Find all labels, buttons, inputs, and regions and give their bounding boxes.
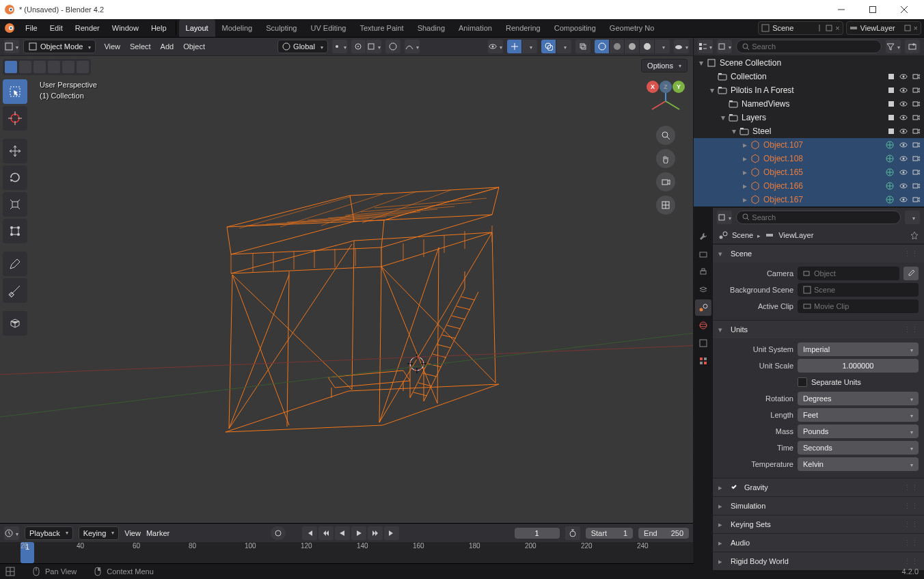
hide-viewport-toggle[interactable] bbox=[898, 85, 909, 96]
shading-dropdown[interactable] bbox=[655, 40, 670, 53]
mode-dropdown[interactable]: Object Mode bbox=[23, 40, 96, 53]
overlay-dropdown[interactable] bbox=[556, 40, 571, 53]
ptab-viewlayer[interactable] bbox=[695, 282, 711, 298]
tool-measure[interactable] bbox=[3, 278, 27, 303]
shading-material[interactable] bbox=[625, 40, 640, 53]
close-icon[interactable]: × bbox=[914, 24, 918, 32]
length-dropdown[interactable]: Feet bbox=[798, 408, 919, 422]
axis-gizmo[interactable]: Z X Y bbox=[645, 81, 686, 122]
prev-keyframe-button[interactable] bbox=[318, 526, 334, 540]
select-intersect[interactable] bbox=[77, 61, 89, 73]
outliner-row[interactable]: ▾Pilotis In A Forest bbox=[694, 83, 924, 97]
viewlayer-name-input[interactable] bbox=[860, 24, 901, 32]
viewlayer-selector[interactable]: × bbox=[846, 21, 921, 35]
gravity-checkbox[interactable] bbox=[731, 483, 737, 492]
snap-toggle[interactable] bbox=[351, 40, 366, 53]
workspace-tab-texture-paint[interactable]: Texture Paint bbox=[353, 19, 410, 37]
outliner-search-input[interactable] bbox=[752, 42, 875, 51]
scene-selector[interactable]: × bbox=[758, 21, 843, 35]
outliner-row[interactable]: ▸Object.107 bbox=[694, 138, 924, 152]
restrict-select-toggle[interactable] bbox=[886, 98, 897, 109]
restrict-select-toggle[interactable] bbox=[886, 112, 897, 123]
autokey-toggle[interactable] bbox=[271, 526, 286, 540]
tool-move[interactable] bbox=[3, 139, 27, 163]
frame-end-field[interactable]: End 250 bbox=[638, 528, 689, 539]
playback-dropdown[interactable]: Playback bbox=[25, 526, 73, 540]
disable-render-toggle[interactable] bbox=[910, 71, 921, 82]
pivot-dropdown[interactable] bbox=[332, 40, 347, 53]
workspace-tab-sculpting[interactable]: Sculpting bbox=[259, 19, 303, 37]
disable-render-toggle[interactable] bbox=[910, 98, 921, 109]
tool-transform[interactable] bbox=[3, 219, 27, 243]
outliner-tree[interactable]: ▾Scene CollectionCollection▾Pilotis In A… bbox=[694, 56, 924, 206]
menu-help[interactable]: Help bbox=[145, 19, 173, 37]
play-button[interactable] bbox=[351, 526, 366, 540]
ptab-collection[interactable] bbox=[695, 335, 711, 351]
hide-viewport-toggle[interactable] bbox=[898, 153, 909, 164]
overlay-toggle[interactable] bbox=[541, 40, 556, 53]
rotation-dropdown[interactable]: Degrees bbox=[798, 392, 919, 405]
expand-toggle[interactable]: ▸ bbox=[740, 181, 750, 191]
ptab-texture[interactable] bbox=[695, 353, 711, 369]
disable-render-toggle[interactable] bbox=[910, 153, 921, 164]
workspace-tab-uv-editing[interactable]: UV Editing bbox=[303, 19, 353, 37]
outliner-search[interactable] bbox=[736, 40, 882, 53]
pin-icon[interactable] bbox=[816, 25, 823, 31]
expand-toggle[interactable]: ▾ bbox=[729, 126, 739, 136]
disable-render-toggle[interactable] bbox=[910, 139, 921, 150]
properties-search-input[interactable] bbox=[752, 213, 895, 221]
viewport-options-dropdown[interactable]: Options bbox=[641, 59, 688, 72]
eyedropper-button[interactable] bbox=[903, 267, 919, 280]
window-minimize-button[interactable] bbox=[826, 0, 857, 19]
properties-search[interactable] bbox=[736, 211, 901, 224]
perspective-toggle-button[interactable] bbox=[656, 196, 675, 215]
disable-render-toggle[interactable] bbox=[910, 180, 921, 191]
panel-scene-header[interactable]: ▾Scene⋮⋮ bbox=[713, 245, 924, 262]
hide-viewport-toggle[interactable] bbox=[898, 180, 909, 191]
disable-render-toggle[interactable] bbox=[910, 194, 921, 205]
jump-start-button[interactable] bbox=[302, 526, 317, 540]
next-keyframe-button[interactable] bbox=[368, 526, 383, 540]
menu-render[interactable]: Render bbox=[69, 19, 106, 37]
tool-cursor[interactable] bbox=[3, 106, 27, 131]
ptab-scene[interactable] bbox=[695, 299, 711, 316]
snap-mode-dropdown[interactable] bbox=[366, 40, 381, 53]
panel-header[interactable]: ▸Audio⋮⋮ bbox=[713, 534, 924, 552]
outliner-row[interactable]: ▾Layers bbox=[694, 111, 924, 124]
outliner-filter[interactable] bbox=[886, 40, 901, 53]
pin-icon[interactable] bbox=[910, 231, 919, 239]
select-circle[interactable] bbox=[33, 61, 46, 73]
restrict-select-toggle[interactable] bbox=[886, 71, 897, 82]
tool-scale[interactable] bbox=[3, 192, 27, 217]
outliner-row[interactable]: ▾Scene Collection bbox=[694, 56, 924, 70]
expand-toggle[interactable]: ▾ bbox=[696, 58, 706, 68]
properties-options[interactable] bbox=[905, 211, 920, 224]
clip-field[interactable]: Movie Clip bbox=[798, 299, 919, 313]
outliner-row[interactable]: ▸Object.167 bbox=[694, 193, 924, 206]
tool-select-box[interactable] bbox=[3, 79, 27, 104]
visibility-dropdown[interactable] bbox=[488, 40, 503, 53]
expand-toggle[interactable]: ▾ bbox=[707, 85, 717, 95]
scene-name-input[interactable] bbox=[772, 24, 813, 32]
camera-view-button[interactable] bbox=[656, 172, 675, 191]
3d-viewport[interactable]: Options User Perspective (1) Collection bbox=[0, 56, 693, 523]
ptab-render[interactable] bbox=[695, 246, 711, 262]
workspace-tab-rendering[interactable]: Rendering bbox=[499, 19, 547, 37]
expand-toggle[interactable]: ▾ bbox=[718, 113, 728, 122]
ptab-tool[interactable] bbox=[695, 228, 711, 245]
outliner-new-collection[interactable] bbox=[905, 40, 920, 53]
select-box[interactable] bbox=[19, 61, 31, 73]
breadcrumb-viewlayer[interactable]: ViewLayer bbox=[778, 231, 813, 239]
window-close-button[interactable] bbox=[888, 0, 920, 19]
editor-type-dropdown[interactable] bbox=[4, 40, 19, 53]
panel-header[interactable]: ▸Gravity⋮⋮ bbox=[713, 479, 924, 496]
timeline-view-menu[interactable]: View bbox=[124, 529, 141, 537]
tool-rotate[interactable] bbox=[3, 165, 27, 190]
unit-scale-field[interactable]: 1.000000 bbox=[798, 359, 919, 373]
outliner-row[interactable]: ▾Steel bbox=[694, 124, 924, 138]
panel-header[interactable]: ▸Rigid Body World⋮⋮ bbox=[713, 552, 924, 570]
hide-viewport-toggle[interactable] bbox=[898, 71, 909, 82]
outliner-row[interactable]: ▸Object.165 bbox=[694, 165, 924, 179]
timeline-editor-type[interactable] bbox=[4, 526, 19, 540]
shading-rendered[interactable] bbox=[640, 40, 655, 53]
